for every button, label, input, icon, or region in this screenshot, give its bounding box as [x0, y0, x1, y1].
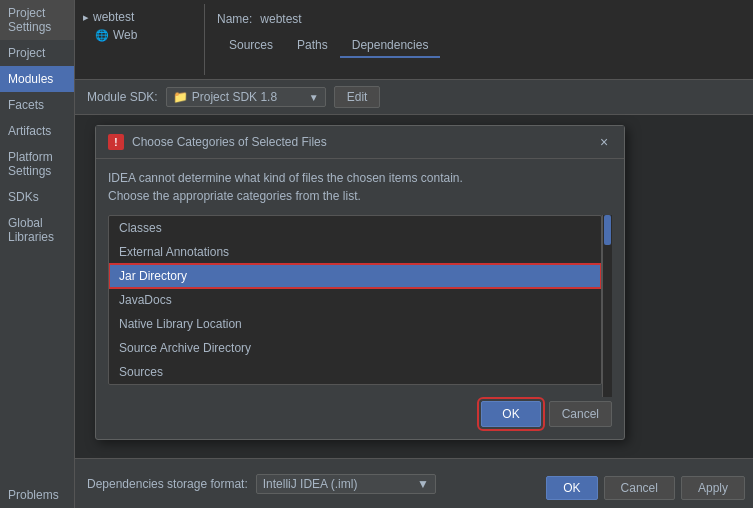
- category-item-jar-directory[interactable]: Jar Directory: [109, 264, 601, 288]
- category-item-sources[interactable]: Sources: [109, 360, 601, 384]
- sdk-bar: Module SDK: 📁 Project SDK 1.8 ▼ Edit: [75, 80, 753, 115]
- name-row: Name: webtest: [217, 12, 741, 26]
- dep-select[interactable]: IntelliJ IDEA (.iml) ▼: [256, 474, 436, 494]
- name-label: Name:: [217, 12, 252, 26]
- sidebar-item-artifacts[interactable]: Artifacts: [0, 118, 74, 144]
- dialog-overlay: ! Choose Categories of Selected Files × …: [75, 115, 753, 458]
- ok-button[interactable]: OK: [481, 401, 540, 427]
- action-buttons: OK Cancel Apply: [546, 476, 745, 500]
- sidebar-label-sdks: SDKs: [8, 190, 39, 204]
- dialog-buttons: OK Cancel: [108, 401, 612, 427]
- tab-paths[interactable]: Paths: [285, 34, 340, 58]
- bottom-bar: Dependencies storage format: IntelliJ ID…: [75, 458, 753, 508]
- sidebar-label-global-libraries: Global Libraries: [8, 216, 54, 244]
- sidebar-item-platform-settings[interactable]: Platform Settings: [0, 144, 74, 184]
- category-label-native-library: Native Library Location: [119, 317, 242, 331]
- top-bar: ▸ webtest 🌐 Web Name: webtest Sources Pa…: [75, 0, 753, 80]
- sidebar-label-modules: Modules: [8, 72, 53, 86]
- bottom-apply-button[interactable]: Apply: [681, 476, 745, 500]
- bottom-ok-button[interactable]: OK: [546, 476, 597, 500]
- category-list-wrap: Classes External Annotations Jar Directo…: [108, 215, 602, 397]
- dialog-icon-label: !: [114, 137, 117, 148]
- dep-select-text: IntelliJ IDEA (.iml): [263, 477, 417, 491]
- category-label-classes: Classes: [119, 221, 162, 235]
- tree-label-webtest: webtest: [93, 10, 134, 24]
- tabs-row: Sources Paths Dependencies: [217, 34, 741, 58]
- sidebar-label-project-settings: Project Settings: [8, 6, 51, 34]
- tree-item-webtest[interactable]: ▸ webtest: [79, 8, 200, 26]
- tab-paths-label: Paths: [297, 38, 328, 52]
- category-label-sources: Sources: [119, 365, 163, 379]
- sidebar-label-platform-settings: Platform Settings: [8, 150, 53, 178]
- web-icon: 🌐: [95, 29, 109, 42]
- sidebar: Project Settings Project Modules Facets …: [0, 0, 75, 508]
- sidebar-label-project: Project: [8, 46, 45, 60]
- tab-dependencies[interactable]: Dependencies: [340, 34, 441, 58]
- sidebar-label-artifacts: Artifacts: [8, 124, 51, 138]
- tab-dependencies-label: Dependencies: [352, 38, 429, 52]
- dialog-header: ! Choose Categories of Selected Files ×: [96, 126, 624, 159]
- tree-expand-icon: ▸: [83, 11, 89, 24]
- tab-sources[interactable]: Sources: [217, 34, 285, 58]
- sdk-select[interactable]: 📁 Project SDK 1.8 ▼: [166, 87, 326, 107]
- dep-dropdown-arrow: ▼: [417, 477, 429, 491]
- sidebar-item-sdks[interactable]: SDKs: [0, 184, 74, 210]
- category-label-javadocs: JavaDocs: [119, 293, 172, 307]
- sidebar-item-project-settings[interactable]: Project Settings: [0, 0, 74, 40]
- dialog: ! Choose Categories of Selected Files × …: [95, 125, 625, 440]
- scrollbar-thumb[interactable]: [604, 215, 611, 245]
- name-value: webtest: [260, 12, 301, 26]
- sidebar-item-modules[interactable]: Modules: [0, 66, 74, 92]
- category-item-source-archive[interactable]: Source Archive Directory: [109, 336, 601, 360]
- dep-label: Dependencies storage format:: [87, 477, 248, 491]
- sdk-folder-icon: 📁: [173, 90, 188, 104]
- bottom-cancel-button[interactable]: Cancel: [604, 476, 675, 500]
- category-label-source-archive: Source Archive Directory: [119, 341, 251, 355]
- sdk-value: Project SDK 1.8: [192, 90, 277, 104]
- category-label-external-annotations: External Annotations: [119, 245, 229, 259]
- tab-sources-label: Sources: [229, 38, 273, 52]
- cancel-button[interactable]: Cancel: [549, 401, 612, 427]
- category-label-jar-directory: Jar Directory: [119, 269, 187, 283]
- dialog-icon: !: [108, 134, 124, 150]
- sdk-dropdown-arrow: ▼: [309, 92, 319, 103]
- dialog-message: IDEA cannot determine what kind of files…: [108, 171, 612, 185]
- scrollbar-track[interactable]: [602, 215, 612, 397]
- sdk-select-text: 📁 Project SDK 1.8: [173, 90, 309, 104]
- dialog-scroll: Classes External Annotations Jar Directo…: [108, 215, 612, 397]
- dialog-close-button[interactable]: ×: [596, 134, 612, 150]
- category-item-javadocs[interactable]: JavaDocs: [109, 288, 601, 312]
- sidebar-item-project[interactable]: Project: [0, 40, 74, 66]
- dialog-body: IDEA cannot determine what kind of files…: [96, 159, 624, 439]
- sidebar-item-global-libraries[interactable]: Global Libraries: [0, 210, 74, 250]
- category-item-classes[interactable]: Classes: [109, 216, 601, 240]
- sdk-label: Module SDK:: [87, 90, 158, 104]
- tree-label-web: Web: [113, 28, 137, 42]
- sidebar-item-facets[interactable]: Facets: [0, 92, 74, 118]
- category-item-native-library[interactable]: Native Library Location: [109, 312, 601, 336]
- dialog-title: Choose Categories of Selected Files: [132, 135, 596, 149]
- sidebar-label-problems: Problems: [8, 488, 59, 502]
- sidebar-label-facets: Facets: [8, 98, 44, 112]
- dialog-sub-message: Choose the appropriate categories from t…: [108, 189, 612, 203]
- project-tree: ▸ webtest 🌐 Web: [75, 4, 205, 75]
- edit-sdk-button[interactable]: Edit: [334, 86, 381, 108]
- name-bar: Name: webtest Sources Paths Dependencies: [205, 4, 753, 66]
- category-item-external-annotations[interactable]: External Annotations: [109, 240, 601, 264]
- category-list: Classes External Annotations Jar Directo…: [108, 215, 602, 385]
- main-area: ▸ webtest 🌐 Web Name: webtest Sources Pa…: [75, 0, 753, 508]
- content-area: ! Choose Categories of Selected Files × …: [75, 115, 753, 458]
- sidebar-item-problems[interactable]: Problems: [0, 482, 74, 508]
- tree-item-web[interactable]: 🌐 Web: [79, 26, 200, 44]
